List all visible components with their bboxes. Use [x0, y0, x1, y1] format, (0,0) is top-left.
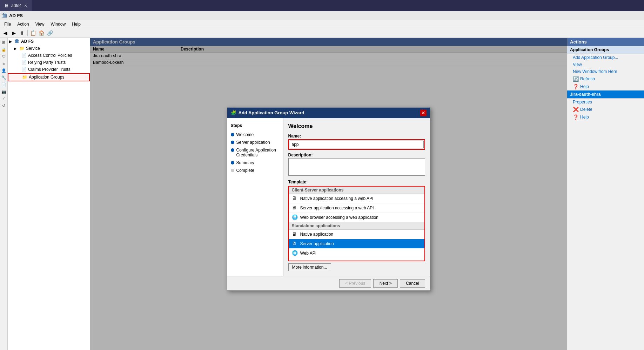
action-delete[interactable]: ❌ Delete [567, 106, 644, 113]
step-dot-server [231, 141, 234, 144]
template-item-native-app[interactable]: 🖥 Native application [289, 230, 424, 239]
adfs-tab[interactable]: 🖥 adfs4 ✕ [0, 0, 32, 11]
toolbar-link-button[interactable]: 🔗 [46, 29, 54, 37]
toolbar-home-button[interactable]: 🏠 [38, 29, 45, 37]
actions-panel: Actions Application Groups Add Applicati… [567, 38, 644, 350]
action-properties[interactable]: Properties [567, 99, 644, 106]
description-input[interactable] [288, 158, 425, 176]
action-delete-label: Delete [580, 107, 592, 112]
template-native-app-icon: 🖥 [292, 231, 298, 237]
template-item-web-api[interactable]: 🌐 Web API [289, 249, 424, 258]
nav-icon-5[interactable]: 👤 [1, 67, 7, 74]
modal-titlebar: 🧩 Add Application Group Wizard ✕ [227, 108, 430, 118]
step-dot-configure [231, 148, 234, 152]
action-new-window-label: New Window from Here [573, 69, 617, 74]
title-bar: 🖥 adfs4 ✕ [0, 0, 644, 11]
toolbar-copy-button[interactable]: 📋 [29, 29, 37, 37]
menu-action[interactable]: Action [14, 21, 32, 27]
toolbar-back-button[interactable]: ◀ [1, 29, 9, 37]
service-folder-icon: 📁 [19, 46, 25, 51]
step-welcome[interactable]: Welcome [227, 131, 283, 139]
more-info-button[interactable]: More information... [288, 263, 331, 271]
tree-claims-provider-label: Claims Provider Trusts [28, 67, 71, 72]
tree-item-relying-party[interactable]: 📄 Relying Party Trusts [8, 59, 90, 66]
client-server-group-label: Client-Server applications [292, 188, 344, 193]
step-configure-credentials[interactable]: Configure Application Credentials [227, 146, 283, 159]
action-help-2[interactable]: ❓ Help [567, 113, 644, 121]
step-dot-summary [231, 161, 234, 164]
cancel-button[interactable]: Cancel [400, 279, 425, 288]
wizard-footer: < Previous Next > Cancel [227, 276, 430, 290]
template-web-api-label: Web API [300, 251, 316, 256]
menu-window[interactable]: Window [48, 21, 69, 27]
menu-file[interactable]: File [1, 21, 14, 27]
step-label-welcome: Welcome [236, 132, 254, 137]
action-view-label: View [573, 62, 582, 67]
name-input[interactable] [290, 141, 424, 148]
wizard-main-area: Welcome Name: Description: Template: [283, 118, 430, 276]
template-item-native-web-api[interactable]: 🖥 Native application accessing a web API [289, 194, 424, 203]
nav-icon-7[interactable]: 📄 [1, 81, 7, 88]
action-add-app-group[interactable]: Add Application Group... [567, 54, 644, 61]
step-dot-complete [231, 169, 234, 172]
action-refresh[interactable]: 🔄 Refresh [567, 75, 644, 83]
nav-icon-6[interactable]: 🔧 [1, 74, 7, 81]
template-list: Client-Server applications 🖥 Native appl… [288, 186, 425, 261]
modal-overlay: 🧩 Add Application Group Wizard ✕ Steps W… [90, 38, 567, 350]
toolbar-forward-button[interactable]: ▶ [10, 29, 18, 37]
template-server-app-icon: 🖥 [292, 241, 298, 247]
tree-arrow-claims [16, 68, 21, 72]
action-new-window[interactable]: New Window from Here [567, 68, 644, 75]
step-complete[interactable]: Complete [227, 167, 283, 174]
tree-arrow-app-groups [17, 75, 22, 79]
nav-icon-10[interactable]: ↺ [1, 102, 7, 109]
action-help-1[interactable]: ❓ Help [567, 83, 644, 90]
nav-icon-8[interactable]: 📷 [1, 88, 7, 95]
action-help-2-label: Help [580, 115, 589, 120]
previous-button[interactable]: < Previous [339, 279, 371, 288]
action-properties-label: Properties [573, 100, 592, 105]
menu-view[interactable]: View [33, 21, 47, 27]
nav-icon-3[interactable]: 🛡 [1, 53, 7, 60]
tree-item-claims-provider[interactable]: 📄 Claims Provider Trusts [8, 66, 90, 73]
wizard-steps-panel: Steps Welcome Server application Configu… [227, 118, 283, 276]
tree-item-application-groups[interactable]: 📁 Application Groups [8, 73, 90, 81]
wizard-title: Add Application Group Wizard [239, 110, 304, 115]
action-section-app-groups: Application Groups [567, 46, 644, 54]
menu-help[interactable]: Help [69, 21, 83, 27]
standalone-group-label: Standalone applications [292, 223, 340, 228]
left-icon-strip: ⊞ 🔒 🛡 ≡ 👤 🔧 📄 📷 ✓ ↺ [0, 38, 8, 350]
template-item-web-browser[interactable]: 🌐 Web browser accessing a web applicatio… [289, 213, 424, 222]
tree-item-service[interactable]: ▶ 📁 Service [8, 45, 90, 52]
next-button[interactable]: Next > [373, 279, 398, 288]
tab-close-button[interactable]: ✕ [24, 4, 28, 8]
app-groups-icon: 📁 [22, 74, 27, 80]
template-group-client-server: Client-Server applications [289, 187, 424, 194]
nav-icon-4[interactable]: ≡ [1, 60, 7, 67]
tree-item-adfs[interactable]: ▶ 🏛 AD FS [8, 38, 90, 45]
step-server-app[interactable]: Server application [227, 139, 283, 146]
action-add-app-group-label: Add Application Group... [573, 55, 618, 60]
modal-close-button[interactable]: ✕ [420, 110, 427, 116]
app-header: 🏛 AD FS [0, 11, 644, 20]
tab-label: adfs4 [11, 3, 21, 8]
step-dot-welcome [231, 133, 234, 136]
claims-provider-icon: 📄 [21, 67, 27, 72]
tree-adfs-label: AD FS [21, 39, 34, 44]
tree-service-label: Service [26, 46, 40, 51]
template-item-server-app[interactable]: 🖥 Server application [289, 239, 424, 249]
action-view[interactable]: View [567, 61, 644, 68]
access-control-icon: 📄 [21, 53, 27, 58]
tree-item-access-control[interactable]: 📄 Access Control Policies [8, 52, 90, 59]
nav-icon-1[interactable]: ⊞ [1, 39, 7, 46]
adfs-folder-icon: 🏛 [14, 39, 20, 44]
content-area: Application Groups Name Description Jira… [90, 38, 567, 350]
nav-icon-2[interactable]: 🔒 [1, 46, 7, 53]
step-summary[interactable]: Summary [227, 159, 283, 167]
steps-header: Steps [227, 122, 283, 131]
toolbar-up-button[interactable]: ⬆ [18, 29, 26, 37]
template-native-webapi-label: Native application accessing a web API [300, 196, 374, 201]
template-item-server-web-api[interactable]: 🖥 Server application accessing a web API [289, 203, 424, 213]
template-server-webapi-icon: 🖥 [292, 205, 298, 211]
nav-icon-9[interactable]: ✓ [1, 95, 7, 102]
